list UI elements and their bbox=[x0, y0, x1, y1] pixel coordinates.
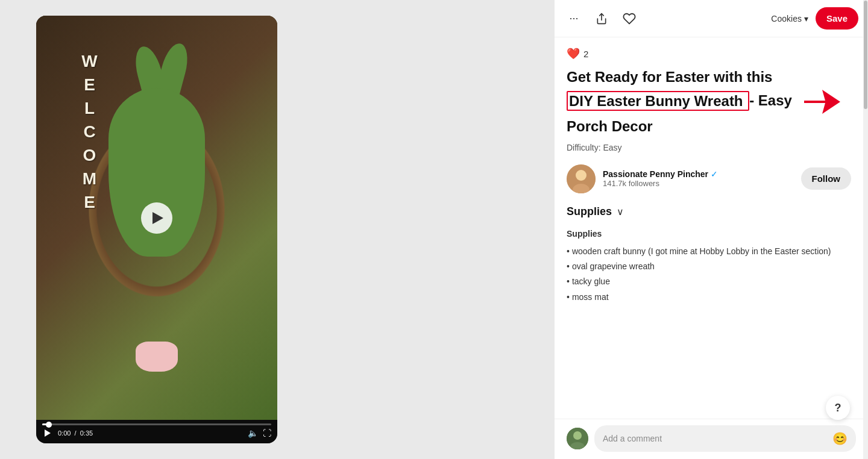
svg-point-6 bbox=[573, 431, 582, 440]
more-options-button[interactable]: ··· bbox=[564, 9, 583, 28]
supply-bullet-3: • bbox=[567, 274, 570, 289]
likes-row: ❤️ 2 bbox=[567, 37, 851, 67]
supply-bullet-4: • bbox=[567, 290, 570, 305]
title-highlighted-text: DIY Easter Bunny Wreath bbox=[569, 93, 743, 109]
title-highlighted: DIY Easter Bunny Wreath bbox=[567, 91, 749, 111]
commenter-avatar bbox=[567, 428, 588, 449]
supply-item-3: • tacky glue bbox=[567, 274, 851, 289]
scroll-track[interactable] bbox=[863, 0, 868, 459]
comment-placeholder: Add a comment bbox=[603, 434, 662, 443]
author-row: Passionate Penny Pincher ✓ 141.7k follow… bbox=[567, 164, 851, 193]
heart-icon bbox=[623, 12, 636, 25]
play-button[interactable] bbox=[141, 202, 172, 234]
cookies-button[interactable]: Cookies ▾ bbox=[771, 14, 808, 23]
commenter-avatar-image bbox=[567, 428, 588, 449]
supply-bullet-1: • bbox=[567, 244, 570, 259]
title-line1: Get Ready for Easter with this bbox=[567, 69, 772, 85]
author-name[interactable]: Passionate Penny Pincher bbox=[603, 169, 708, 179]
supply-item-4: • moss mat bbox=[567, 290, 851, 305]
supply-item-2: • oval grapevine wreath bbox=[567, 259, 851, 274]
current-time: 0:00 bbox=[58, 429, 71, 437]
pin-title: Get Ready for Easter with this DIY Easte… bbox=[567, 67, 851, 137]
right-panel: ··· Cookies ▾ Sa bbox=[555, 0, 868, 459]
control-play-icon bbox=[45, 429, 51, 437]
supply-text-1: wooden craft bunny (I got mine at Hobby … bbox=[572, 244, 831, 259]
video-wrapper: WELCOME 0:00 bbox=[36, 16, 277, 443]
supplies-title: Supplies bbox=[567, 205, 612, 218]
cookies-chevron-icon: ▾ bbox=[804, 14, 808, 23]
supply-bullet-2: • bbox=[567, 259, 570, 274]
supplies-content: Supplies • wooden craft bunny (I got min… bbox=[567, 226, 851, 305]
follow-button[interactable]: Follow bbox=[801, 167, 852, 190]
red-arrow-icon bbox=[801, 87, 843, 117]
play-overlay[interactable] bbox=[36, 16, 277, 420]
svg-point-3 bbox=[576, 170, 587, 181]
likes-heart-icon: ❤️ bbox=[567, 47, 580, 60]
author-info: Passionate Penny Pincher ✓ 141.7k follow… bbox=[603, 169, 794, 188]
total-time: 0:35 bbox=[80, 429, 93, 437]
control-play-button[interactable] bbox=[42, 428, 53, 439]
action-bar: ··· Cookies ▾ Sa bbox=[555, 0, 868, 37]
supplies-label: Supplies bbox=[567, 226, 851, 242]
comment-section: Add a comment 😊 bbox=[555, 419, 868, 459]
title-line2: - Easy bbox=[749, 93, 792, 109]
author-avatar[interactable] bbox=[567, 164, 596, 193]
video-content[interactable]: WELCOME bbox=[36, 16, 277, 420]
volume-button[interactable]: 🔈 bbox=[248, 428, 258, 438]
controls-row: 0:00 / 0:35 🔈 ⛶ bbox=[42, 428, 271, 439]
progress-bar[interactable] bbox=[42, 423, 271, 425]
difficulty-value: Easy bbox=[603, 143, 621, 152]
page-container: WELCOME 0:00 bbox=[0, 0, 868, 459]
video-section: WELCOME 0:00 bbox=[0, 0, 313, 459]
share-button[interactable] bbox=[592, 9, 611, 28]
more-icon: ··· bbox=[569, 12, 578, 25]
emoji-button[interactable]: 😊 bbox=[832, 431, 848, 446]
scroll-thumb[interactable] bbox=[864, 1, 867, 109]
action-bar-left: ··· bbox=[564, 9, 764, 28]
difficulty-row: Difficulty: Easy bbox=[567, 143, 851, 152]
progress-dot bbox=[46, 422, 52, 428]
share-icon bbox=[596, 13, 608, 25]
title-line3: Porch Decor bbox=[567, 118, 653, 134]
supply-item-1: • wooden craft bunny (I got mine at Hobb… bbox=[567, 244, 851, 259]
save-button[interactable]: Save bbox=[816, 7, 858, 30]
play-triangle-icon bbox=[153, 212, 163, 224]
svg-marker-1 bbox=[804, 90, 840, 114]
difficulty-label: Difficulty: bbox=[567, 143, 601, 152]
author-followers: 141.7k followers bbox=[603, 179, 794, 188]
supply-text-2: oval grapevine wreath bbox=[572, 259, 655, 274]
supplies-header[interactable]: Supplies ∨ bbox=[567, 205, 851, 218]
comment-input[interactable]: Add a comment 😊 bbox=[594, 425, 856, 452]
help-button[interactable]: ? bbox=[826, 396, 850, 420]
cookies-label: Cookies bbox=[771, 14, 802, 23]
middle-gap bbox=[313, 0, 555, 459]
avatar-image bbox=[567, 164, 596, 193]
supplies-chevron-icon: ∨ bbox=[617, 206, 624, 217]
content-scroll[interactable]: ❤️ 2 Get Ready for Easter with this DIY … bbox=[555, 37, 868, 419]
author-name-row: Passionate Penny Pincher ✓ bbox=[603, 169, 794, 179]
fullscreen-button[interactable]: ⛶ bbox=[263, 428, 271, 438]
supply-text-4: moss mat bbox=[572, 290, 609, 305]
video-controls[interactable]: 0:00 / 0:35 🔈 ⛶ bbox=[36, 420, 277, 443]
supply-text-3: tacky glue bbox=[572, 274, 610, 289]
verified-badge-icon: ✓ bbox=[711, 169, 718, 179]
time-display: 0:00 / 0:35 bbox=[58, 429, 93, 437]
heart-button[interactable] bbox=[620, 9, 639, 28]
likes-count: 2 bbox=[583, 49, 588, 59]
